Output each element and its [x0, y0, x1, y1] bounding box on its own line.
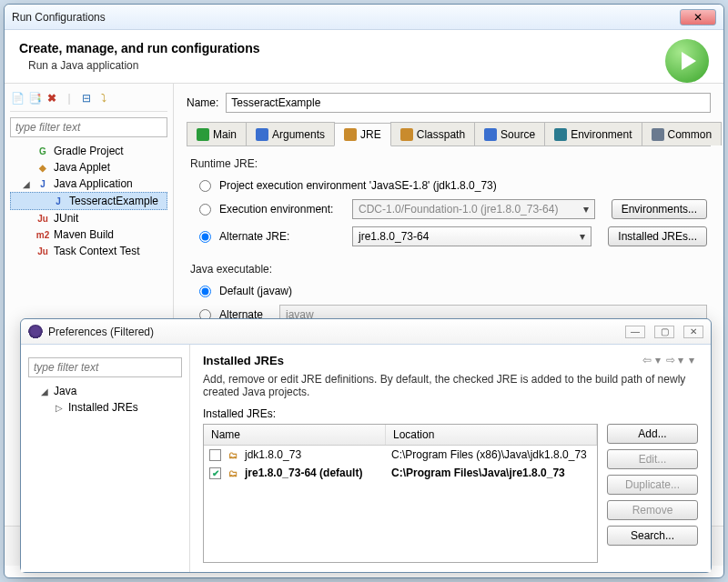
close-icon[interactable]: ✕ — [683, 326, 703, 338]
preferences-window: Preferences (Filtered) ― ▢ ✕ ◢Java ▷Inst… — [20, 318, 712, 573]
radio-default-javaw[interactable] — [199, 286, 211, 297]
tree-node[interactable]: GGradle Project — [10, 143, 167, 159]
runtime-jre-label: Runtime JRE: — [190, 157, 707, 170]
tree-node[interactable]: JuTask Context Test — [10, 243, 167, 259]
pref-nav: ⇦ ▾ ⇨ ▾ ▾ — [642, 354, 694, 366]
remove-button[interactable]: Remove — [607, 500, 698, 520]
tab-jre[interactable]: JRE — [334, 123, 391, 146]
name-label: Name: — [187, 96, 218, 109]
installed-jres-button[interactable]: Installed JREs... — [608, 226, 707, 246]
tab-classpath[interactable]: Classpath — [390, 122, 475, 146]
eclipse-icon — [28, 325, 43, 339]
radio-project-env-label: Project execution environment 'JavaSE-1.… — [219, 179, 497, 192]
tab-arguments[interactable]: Arguments — [246, 122, 335, 146]
left-toolbar: 📄 📑 ✖ | ⊟ ⤵ — [10, 89, 167, 112]
header-title: Create, manage, and run configurations — [19, 41, 709, 55]
radio-project-env[interactable] — [199, 180, 211, 192]
pref-left-panel: ◢Java ▷Installed JREs — [21, 345, 190, 572]
tab-environment[interactable]: Environment — [544, 122, 642, 146]
new-icon[interactable]: 📄 — [10, 91, 25, 105]
tab-source[interactable]: Source — [474, 122, 545, 146]
radio-alt-jre-label: Alternate JRE: — [219, 230, 347, 243]
minimize-icon[interactable]: ― — [625, 326, 645, 338]
header: Create, manage, and run configurations R… — [5, 30, 723, 84]
close-icon[interactable]: ✕ — [680, 9, 716, 25]
duplicate-icon[interactable]: 📑 — [27, 91, 42, 105]
edit-button[interactable]: Edit... — [607, 449, 698, 469]
radio-exec-env[interactable] — [199, 204, 211, 216]
tree-node[interactable]: JuJUnit — [10, 210, 167, 226]
header-sub: Run a Java application — [28, 59, 709, 72]
separator: | — [62, 91, 76, 105]
tab-common[interactable]: Common — [642, 122, 723, 146]
table-row[interactable]: 🗂jdk1.8.0_73C:\Program Files (x86)\Java\… — [204, 446, 597, 464]
tab-main[interactable]: Main — [187, 122, 247, 146]
col-location[interactable]: Location — [386, 425, 597, 445]
pref-title: Preferences (Filtered) — [48, 326, 625, 338]
radio-alt-jre[interactable] — [199, 231, 211, 243]
delete-icon[interactable]: ✖ — [45, 91, 59, 105]
alt-jre-combo[interactable]: jre1.8.0_73-64 — [352, 226, 592, 246]
tree-node[interactable]: ◆Java Applet — [10, 159, 167, 176]
window-title: Run Configurations — [12, 11, 676, 24]
tree-node[interactable]: m2Maven Build — [10, 226, 167, 243]
duplicate-button[interactable]: Duplicate... — [607, 475, 698, 495]
tree-node[interactable]: ◢JJava Application — [10, 176, 167, 192]
radio-exec-env-label: Execution environment: — [219, 203, 347, 216]
jre-table[interactable]: Name Location 🗂jdk1.8.0_73C:\Program Fil… — [203, 424, 598, 563]
filter-input[interactable] — [10, 117, 167, 137]
checkbox[interactable]: ✔ — [209, 467, 221, 479]
collapse-icon[interactable]: ⊟ — [79, 91, 94, 105]
name-input[interactable] — [226, 93, 711, 113]
col-name[interactable]: Name — [204, 425, 386, 445]
exec-env-combo[interactable]: CDC-1.0/Foundation-1.0 (jre1.8.0_73-64) — [352, 199, 595, 219]
pref-filter-input[interactable] — [28, 357, 182, 377]
pref-titlebar[interactable]: Preferences (Filtered) ― ▢ ✕ — [21, 319, 711, 345]
tabs: MainArgumentsJREClasspathSourceEnvironme… — [187, 122, 711, 146]
table-label: Installed JREs: — [203, 407, 698, 420]
tree-node-java[interactable]: ◢Java — [28, 383, 182, 399]
filter-icon[interactable]: ⤵ — [96, 91, 111, 105]
environments-button[interactable]: Environments... — [612, 199, 707, 219]
tree-node[interactable]: JTesseractExample — [10, 192, 167, 210]
maximize-icon[interactable]: ▢ — [654, 326, 674, 338]
back-icon[interactable]: ⇦ ▾ — [642, 354, 660, 366]
table-row[interactable]: ✔🗂jre1.8.0_73-64 (default)C:\Program Fil… — [204, 464, 597, 482]
pref-tree[interactable]: ◢Java ▷Installed JREs — [28, 383, 182, 416]
menu-icon[interactable]: ▾ — [689, 354, 694, 366]
pref-heading: Installed JREs — [203, 354, 698, 367]
add-button[interactable]: Add... — [607, 424, 698, 444]
tree-node-installed-jres[interactable]: ▷Installed JREs — [28, 399, 182, 416]
titlebar[interactable]: Run Configurations ✕ — [5, 5, 723, 30]
pref-right-panel: Installed JREs ⇦ ▾ ⇨ ▾ ▾ Add, remove or … — [190, 345, 711, 572]
forward-icon[interactable]: ⇨ ▾ — [666, 354, 683, 366]
pref-desc: Add, remove or edit JRE definitions. By … — [203, 373, 698, 398]
checkbox[interactable] — [209, 449, 221, 461]
java-exec-label: Java executable: — [190, 263, 707, 276]
run-icon — [665, 39, 709, 83]
radio-default-javaw-label: Default (javaw) — [219, 285, 292, 297]
search-button[interactable]: Search... — [607, 526, 698, 546]
